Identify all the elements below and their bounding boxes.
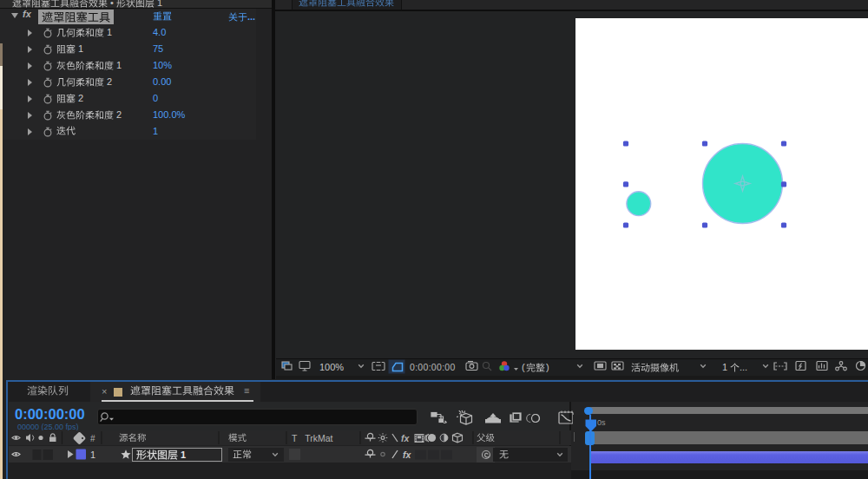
svg-text:fx: fx [401,433,410,443]
svg-text:#: # [90,434,95,443]
svg-text:fx: fx [403,449,411,460]
